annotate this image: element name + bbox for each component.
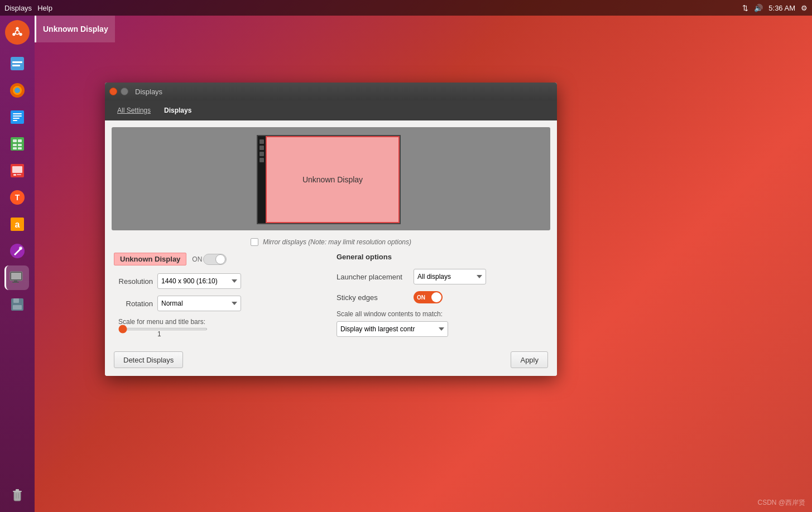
svg-rect-20 (13, 139, 17, 142)
settings-right: General options Launcher placement All d… (337, 253, 548, 338)
sound-icon: 🔊 (754, 4, 763, 12)
scale-all-select[interactable]: Display with largest contr (337, 321, 448, 337)
display-toggle[interactable]: ON (192, 254, 227, 265)
svg-rect-29 (17, 174, 21, 175)
svg-rect-17 (13, 118, 20, 119)
svg-rect-21 (18, 139, 22, 142)
rotation-select[interactable]: Normal (157, 296, 241, 311)
topbar-left: Displays Help (4, 4, 52, 12)
mirror-checkbox[interactable] (251, 238, 258, 246)
sidebar-item-trash[interactable] (5, 483, 30, 508)
svg-point-35 (19, 247, 22, 250)
svg-rect-27 (12, 166, 22, 173)
launcher-select[interactable]: All displays (414, 269, 486, 284)
sticky-toggle[interactable]: ON (414, 291, 443, 303)
monitor-screen: Unknown Display (266, 136, 400, 223)
svg-rect-8 (11, 57, 24, 70)
menu-help[interactable]: Help (37, 4, 52, 12)
dialog-content: Unknown Display Mirror displays (Note: m… (105, 120, 557, 345)
sidebar-item-save[interactable] (5, 292, 30, 317)
scale-slider[interactable] (118, 328, 208, 330)
gear-icon[interactable]: ⚙ (801, 4, 808, 12)
svg-rect-28 (13, 174, 16, 176)
scale-all-section: Scale all window contents to match: Disp… (337, 310, 548, 337)
sidebar-item-writer[interactable] (5, 105, 30, 129)
svg-rect-9 (12, 61, 22, 63)
mirror-label: Mirror displays (Note: may limit resolut… (263, 238, 411, 246)
dialog-title: Displays (135, 88, 162, 96)
svg-rect-18 (13, 120, 17, 121)
strip-dot-3 (260, 152, 264, 156)
svg-rect-41 (13, 298, 19, 303)
svg-rect-16 (13, 115, 22, 117)
svg-rect-47 (18, 493, 19, 499)
sticky-row: Sticky edges ON (337, 291, 548, 303)
scale-all-label: Scale all window contents to match: (337, 310, 548, 318)
toggle-on-text: ON (192, 255, 202, 263)
watermark: CSDN @西岸贤 (757, 498, 805, 508)
rotation-label: Rotation (114, 300, 153, 308)
nav-displays[interactable]: Displays (158, 104, 197, 117)
svg-rect-24 (13, 147, 17, 149)
sidebar-item-firefox[interactable] (5, 78, 30, 103)
svg-point-13 (15, 88, 20, 93)
topbar-menu: Displays Help (4, 4, 52, 12)
displays-dialog: Displays All Settings Displays Unknown D… (105, 83, 557, 376)
menu-displays[interactable]: Displays (4, 4, 32, 12)
svg-rect-37 (11, 273, 21, 279)
strip-dot-2 (260, 146, 264, 150)
svg-rect-23 (18, 144, 22, 146)
toggle-thumb (215, 254, 225, 264)
svg-rect-45 (16, 489, 19, 491)
svg-rect-14 (11, 110, 24, 124)
monitor-strip (258, 136, 266, 223)
svg-text:T: T (15, 193, 20, 202)
sidebar-item-thememaker[interactable]: T (5, 185, 30, 210)
display-name-badge: Unknown Display (114, 253, 186, 265)
sticky-label: Sticky edges (337, 293, 409, 302)
sidebar-item-files[interactable] (5, 51, 30, 76)
detect-displays-button[interactable]: Detect Displays (114, 351, 183, 368)
close-button[interactable] (109, 88, 117, 95)
display-header: Unknown Display ON (114, 253, 325, 265)
nav-all-settings[interactable]: All Settings (112, 104, 156, 117)
taskbar-active-window[interactable]: Unknown Display (35, 16, 115, 42)
svg-text:a: a (15, 220, 20, 229)
sidebar-item-calc[interactable] (5, 132, 30, 156)
apply-button[interactable]: Apply (511, 351, 548, 368)
resolution-label: Resolution (114, 277, 153, 286)
svg-point-1 (16, 27, 18, 30)
minimize-button[interactable] (121, 88, 128, 95)
svg-rect-44 (13, 491, 22, 492)
svg-line-6 (20, 33, 20, 34)
clock: 5:36 AM (768, 4, 795, 12)
sidebar: T a (0, 16, 35, 512)
dialog-footer: Detect Displays Apply (105, 345, 557, 376)
toggle-track[interactable] (203, 254, 227, 265)
monitor-widget[interactable]: Unknown Display (257, 135, 401, 224)
svg-rect-46 (16, 493, 17, 499)
svg-rect-22 (13, 144, 17, 146)
svg-rect-10 (12, 65, 20, 66)
sticky-thumb (431, 292, 441, 302)
svg-line-7 (15, 33, 16, 34)
sidebar-item-amazon[interactable]: a (5, 212, 30, 236)
sidebar-item-tools[interactable] (5, 239, 30, 263)
sticky-on-text: ON (417, 294, 425, 301)
launcher-row: Launcher placement All displays (337, 269, 548, 284)
dialog-titlebar: Displays (105, 83, 557, 100)
scale-section: Scale for menu and title bars: 1 (118, 318, 325, 338)
mirror-row: Mirror displays (Note: may limit resolut… (112, 238, 550, 246)
rotation-row: Rotation Normal (114, 296, 325, 311)
resolution-row: Resolution 1440 x 900 (16:10) (114, 273, 325, 289)
resolution-select[interactable]: 1440 x 900 (16:10) (157, 273, 241, 289)
sidebar-item-ubuntu[interactable] (5, 20, 30, 45)
svg-rect-15 (13, 113, 22, 114)
svg-rect-25 (18, 147, 22, 149)
settings-area: Unknown Display ON Resolution 1440 x 900… (112, 253, 550, 338)
sidebar-item-displays[interactable] (4, 265, 29, 290)
sidebar-item-impress[interactable] (5, 158, 30, 183)
strip-dot-1 (260, 139, 264, 144)
monitor-screen-label: Unknown Display (302, 175, 363, 184)
svg-rect-19 (11, 137, 24, 151)
